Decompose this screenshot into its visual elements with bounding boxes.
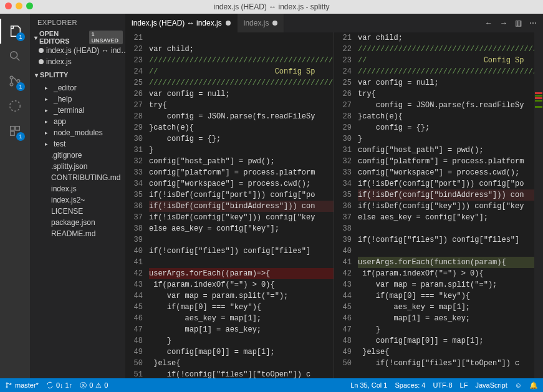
svg-point-0	[11, 52, 17, 59]
file-label: CONTRIBUTING.md	[51, 173, 120, 182]
tab-label: index.js	[244, 19, 269, 27]
file-tree: ▸_editor▸_help▸_terminal▸app▸node_module…	[30, 81, 125, 241]
status-bar: master* 0↓ 1↑ ⓧ0 ⚠0 Ln 35, Col 1 Spaces:…	[0, 378, 543, 392]
tab-bar: index.js (HEAD) ↔ index.js index.js ← → …	[125, 14, 543, 32]
file-item[interactable]: index.js	[30, 183, 125, 194]
open-editors-label: OPEN EDITORS	[39, 30, 87, 45]
editor-area: index.js (HEAD) ↔ index.js index.js ← → …	[125, 14, 543, 378]
file-item[interactable]: CONTRIBUTING.md	[30, 172, 125, 183]
file-label: README.md	[51, 229, 95, 238]
overview-ruler[interactable]	[534, 32, 543, 378]
folder-item[interactable]: ▸_editor	[30, 82, 125, 93]
language-mode[interactable]: JavaScript	[475, 381, 507, 389]
more-icon[interactable]: ⋯	[529, 19, 537, 27]
window-titlebar: index.js (HEAD) ↔ index.js - splitty	[0, 0, 543, 14]
project-label: SPLITTY	[40, 71, 68, 79]
file-label: .splitty.json	[51, 162, 87, 171]
open-editor-item[interactable]: index.js (HEAD) ↔ ind…	[30, 45, 125, 56]
file-item[interactable]: index.js2~	[30, 194, 125, 206]
warning-icon: ⚠	[95, 381, 102, 390]
modified-dot-icon	[39, 59, 44, 64]
diff-split: 2122232425262728293031323334353637383940…	[125, 32, 543, 378]
diff-pane-original[interactable]: 2122232425262728293031323334353637383940…	[125, 32, 334, 378]
chevron-right-icon: ▸	[45, 118, 51, 125]
chevron-right-icon: ▸	[45, 96, 51, 102]
tab-actions: ← → ▥ ⋯	[479, 14, 543, 32]
chevron-down-icon: ▾	[32, 72, 40, 79]
close-window-button[interactable]	[5, 2, 12, 9]
diff-pane-modified[interactable]: 2122232425262728293031323334353637383940…	[334, 32, 543, 378]
prev-change-icon[interactable]: ←	[485, 19, 493, 27]
next-change-icon[interactable]: →	[500, 19, 507, 27]
feedback-icon[interactable]: ☺	[515, 381, 522, 389]
activity-bar: 1 1 1	[0, 14, 30, 378]
open-editor-label: index.js	[46, 57, 72, 66]
file-item[interactable]: .splitty.json	[30, 161, 125, 172]
folder-item[interactable]: ▸app	[30, 116, 125, 127]
file-label: package.json	[51, 218, 95, 227]
folder-label: _terminal	[54, 106, 84, 115]
folder-item[interactable]: ▸_terminal	[30, 105, 125, 116]
split-editor-icon[interactable]: ▥	[515, 19, 522, 27]
folder-label: _help	[54, 95, 72, 103]
open-editor-label: index.js (HEAD) ↔ ind…	[46, 46, 125, 55]
traffic-lights	[5, 2, 33, 9]
sidebar-title: EXPLORER	[30, 14, 125, 31]
cursor-position[interactable]: Ln 35, Col 1	[350, 381, 387, 389]
chevron-down-icon: ▾	[32, 34, 39, 41]
svg-point-1	[10, 76, 13, 79]
folder-label: _editor	[54, 84, 77, 92]
folder-item[interactable]: ▸_help	[30, 93, 125, 105]
error-icon: ⓧ	[80, 381, 87, 390]
branch-label: master*	[15, 381, 39, 389]
tab-indexjs[interactable]: index.js	[238, 14, 285, 32]
folder-label: test	[54, 140, 65, 148]
encoding[interactable]: UTF-8	[433, 381, 452, 389]
file-label: index.js	[51, 184, 77, 193]
file-item[interactable]: README.md	[30, 228, 125, 239]
modified-dot-icon	[39, 48, 44, 53]
explorer-badge: 1	[16, 32, 25, 41]
chevron-right-icon: ▸	[45, 130, 51, 136]
file-label: LICENSE	[51, 207, 83, 216]
svg-point-2	[10, 83, 13, 86]
scm-icon[interactable]: 1	[0, 69, 30, 93]
chevron-right-icon: ▸	[45, 107, 51, 113]
eol[interactable]: LF	[460, 381, 468, 389]
svg-rect-5	[11, 127, 14, 130]
folder-item[interactable]: ▸node_modules	[30, 127, 125, 138]
minimize-window-button[interactable]	[16, 2, 22, 9]
indentation[interactable]: Spaces: 4	[395, 381, 425, 389]
git-branch-item[interactable]: master*	[5, 381, 39, 389]
open-editors-list: index.js (HEAD) ↔ ind… index.js	[30, 44, 125, 69]
extensions-icon[interactable]: 1	[0, 118, 30, 143]
sidebar: EXPLORER ▾ OPEN EDITORS 1 UNSAVED index.…	[30, 14, 125, 378]
search-icon[interactable]	[0, 44, 30, 69]
debug-icon[interactable]	[0, 93, 30, 118]
svg-point-4	[10, 101, 21, 112]
problems-item[interactable]: ⓧ0 ⚠0	[80, 381, 108, 390]
git-sync-item[interactable]: 0↓ 1↑	[46, 381, 72, 389]
file-item[interactable]: .gitignore	[30, 150, 125, 161]
svg-point-9	[6, 386, 7, 388]
tab-diff[interactable]: index.js (HEAD) ↔ index.js	[125, 14, 238, 32]
open-editor-item[interactable]: index.js	[30, 56, 125, 67]
modified-dot-icon	[226, 21, 231, 26]
window-title: index.js (HEAD) ↔ index.js - splitty	[213, 2, 329, 11]
file-item[interactable]: LICENSE	[30, 206, 125, 217]
tab-label: index.js (HEAD) ↔ index.js	[132, 19, 222, 27]
file-item[interactable]: package.json	[30, 217, 125, 228]
open-editors-header[interactable]: ▾ OPEN EDITORS 1 UNSAVED	[30, 31, 125, 44]
svg-point-8	[6, 383, 7, 384]
folder-label: node_modules	[54, 128, 103, 137]
chevron-right-icon: ▸	[45, 141, 51, 147]
project-header[interactable]: ▾ SPLITTY	[30, 69, 125, 81]
folder-item[interactable]: ▸test	[30, 138, 125, 150]
file-label: .gitignore	[51, 151, 82, 160]
file-label: index.js2~	[51, 196, 85, 204]
folder-label: app	[54, 117, 66, 126]
notifications-icon[interactable]: 🔔	[529, 381, 538, 390]
svg-rect-6	[16, 127, 19, 130]
explorer-icon[interactable]: 1	[0, 19, 30, 44]
maximize-window-button[interactable]	[26, 2, 33, 9]
